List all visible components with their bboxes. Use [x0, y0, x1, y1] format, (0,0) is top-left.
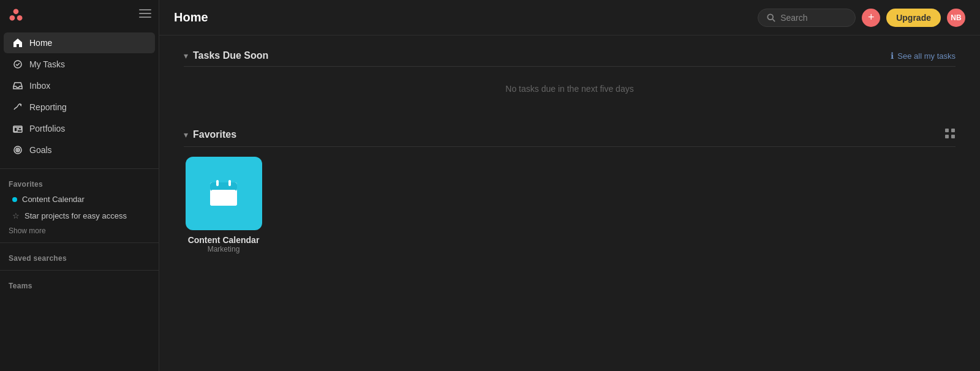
- svg-point-0: [13, 9, 19, 14]
- star-icon: ☆: [12, 211, 20, 220]
- tasks-due-soon-section: ▾ Tasks Due Soon ℹ See all my tasks No t…: [184, 50, 956, 111]
- page-title: Home: [174, 10, 208, 24]
- svg-point-1: [10, 15, 15, 21]
- favorites-cards: Content Calendar Marketing: [184, 147, 956, 253]
- sidebar-divider-2: [0, 242, 159, 243]
- svg-rect-26: [228, 180, 231, 186]
- sidebar-item-portfolios-label: Portfolios: [29, 124, 65, 133]
- svg-rect-15: [945, 129, 949, 132]
- svg-rect-8: [14, 127, 17, 132]
- sidebar-item-inbox-label: Inbox: [29, 81, 50, 91]
- saved-searches-label: Saved searches: [9, 254, 67, 263]
- top-header: Home Search + Upgrade NB: [159, 0, 980, 36]
- sidebar-item-home-label: Home: [29, 38, 52, 48]
- svg-rect-17: [945, 135, 949, 138]
- asana-logo[interactable]: [7, 6, 24, 23]
- sidebar-item-reporting-label: Reporting: [29, 102, 67, 112]
- sidebar-item-content-calendar[interactable]: Content Calendar: [4, 192, 155, 207]
- show-more-button[interactable]: Show more: [0, 224, 159, 238]
- sidebar-nav: Home My Tasks Inbox: [0, 29, 159, 163]
- favorites-main-left: ▾ Favorites: [184, 129, 236, 140]
- svg-rect-25: [216, 180, 219, 186]
- reporting-icon: [12, 102, 23, 113]
- svg-rect-16: [951, 129, 955, 132]
- favorites-chevron-icon[interactable]: ▾: [184, 130, 188, 140]
- favorites-main-header: ▾ Favorites: [184, 128, 956, 147]
- svg-point-13: [768, 14, 774, 20]
- favorites-section-label: Favorites: [9, 180, 43, 189]
- sidebar-header: [0, 0, 159, 29]
- teams-label: Teams: [9, 282, 32, 290]
- project-card-subtitle: Marketing: [208, 245, 240, 253]
- sidebar-item-goals-label: Goals: [29, 145, 52, 155]
- tasks-due-soon-header: ▾ Tasks Due Soon ℹ See all my tasks: [184, 50, 956, 67]
- favorites-main-title: Favorites: [193, 129, 236, 140]
- svg-rect-18: [951, 135, 955, 138]
- sidebar-item-inbox[interactable]: Inbox: [4, 75, 155, 96]
- svg-rect-9: [18, 127, 21, 130]
- search-placeholder: Search: [780, 13, 807, 23]
- sidebar-item-reporting[interactable]: Reporting: [4, 97, 155, 118]
- tasks-chevron-icon[interactable]: ▾: [184, 51, 188, 61]
- search-bar[interactable]: Search: [758, 9, 856, 27]
- svg-rect-23: [210, 182, 237, 191]
- see-all-tasks-label: See all my tasks: [897, 51, 956, 61]
- portfolios-icon: [12, 123, 23, 134]
- sidebar-item-portfolios[interactable]: Portfolios: [4, 118, 155, 139]
- upgrade-button[interactable]: Upgrade: [886, 9, 941, 27]
- sidebar-item-home[interactable]: Home: [4, 32, 155, 53]
- sidebar-divider-3: [0, 270, 159, 271]
- search-icon: [767, 13, 775, 22]
- teams-header[interactable]: Teams: [0, 275, 159, 293]
- sidebar-item-my-tasks[interactable]: My Tasks: [4, 54, 155, 75]
- svg-line-14: [772, 19, 775, 21]
- content-calendar-label: Content Calendar: [22, 195, 85, 204]
- favorites-section-header: Favorites: [0, 174, 159, 191]
- svg-rect-5: [139, 17, 151, 18]
- avatar[interactable]: NB: [947, 9, 965, 27]
- see-all-tasks-link[interactable]: ℹ See all my tasks: [891, 51, 956, 61]
- svg-rect-4: [139, 13, 151, 14]
- project-card-name: Content Calendar: [188, 235, 260, 245]
- star-projects-label: Star projects for easy access: [24, 211, 127, 220]
- goals-icon: [12, 144, 23, 156]
- tasks-empty-message: No tasks due in the next five days: [184, 67, 956, 111]
- saved-searches-header[interactable]: Saved searches: [0, 248, 159, 265]
- grid-view-icon[interactable]: [944, 128, 956, 141]
- add-icon: +: [868, 11, 875, 24]
- content-calendar-dot: [12, 197, 17, 202]
- project-card-content-calendar[interactable]: Content Calendar Marketing: [184, 157, 263, 253]
- project-card-icon-content-calendar: [186, 157, 262, 230]
- tasks-due-soon-title: Tasks Due Soon: [193, 50, 268, 61]
- sidebar-item-my-tasks-label: My Tasks: [29, 59, 65, 69]
- sidebar-item-goals[interactable]: Goals: [4, 140, 155, 160]
- sidebar-toggle-icon[interactable]: [139, 7, 151, 23]
- tasks-due-soon-left: ▾ Tasks Due Soon: [184, 50, 268, 61]
- sidebar: Home My Tasks Inbox: [0, 0, 159, 371]
- svg-rect-24: [211, 190, 236, 204]
- add-button[interactable]: +: [862, 9, 880, 27]
- svg-point-2: [17, 15, 23, 21]
- home-icon: [12, 37, 23, 48]
- main-content: ▾ Tasks Due Soon ℹ See all my tasks No t…: [159, 36, 980, 371]
- main-area: Home Search + Upgrade NB ▾ Tasks Due: [159, 0, 980, 371]
- sidebar-divider-1: [0, 168, 159, 169]
- sidebar-item-star-projects[interactable]: ☆ Star projects for easy access: [4, 208, 155, 223]
- svg-rect-3: [139, 9, 151, 10]
- favorites-main-section: ▾ Favorites: [184, 128, 956, 253]
- header-right: Search + Upgrade NB: [758, 9, 965, 27]
- tasks-icon: [12, 59, 23, 70]
- info-icon: ℹ: [891, 51, 894, 61]
- inbox-icon: [12, 80, 23, 91]
- svg-point-12: [17, 149, 18, 151]
